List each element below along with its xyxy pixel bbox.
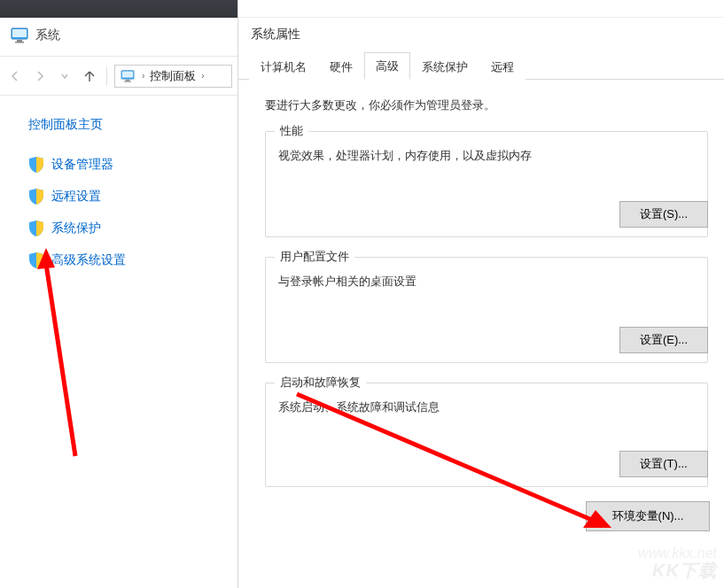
nav-forward-button[interactable] xyxy=(30,66,50,86)
sidebar-item-device-manager[interactable]: 设备管理器 xyxy=(28,156,222,174)
sidebar-item-remote-settings[interactable]: 远程设置 xyxy=(28,188,222,205)
tab-advanced[interactable]: 高级 xyxy=(364,52,410,80)
group-performance: 性能 视觉效果，处理器计划，内存使用，以及虚拟内存 设置(S)... xyxy=(265,131,708,237)
group-desc: 系统启动、系统故障和调试信息 xyxy=(278,399,695,415)
shield-icon xyxy=(28,188,44,205)
dialog-titlebar xyxy=(238,0,724,18)
left-window-chrome xyxy=(0,0,237,18)
left-header: 系统 xyxy=(0,18,237,57)
sidebar-home-link[interactable]: 控制面板主页 xyxy=(28,117,222,133)
svg-rect-2 xyxy=(17,40,22,42)
user-profiles-settings-button[interactable]: 设置(E)... xyxy=(619,327,708,353)
nav-separator xyxy=(106,67,107,85)
group-title: 用户配置文件 xyxy=(275,249,354,265)
sidebar-item-label: 高级系统设置 xyxy=(51,252,126,268)
nav-recent-dropdown[interactable] xyxy=(55,66,74,86)
group-user-profiles: 用户配置文件 与登录帐户相关的桌面设置 设置(E)... xyxy=(265,257,708,363)
nav-up-button[interactable] xyxy=(80,66,99,86)
sidebar-item-label: 设备管理器 xyxy=(51,157,113,173)
admin-note: 要进行大多数更改，你必须作为管理员登录。 xyxy=(265,97,708,113)
tab-hardware[interactable]: 硬件 xyxy=(318,53,364,80)
tab-strip: 计算机名 硬件 高级 系统保护 远程 xyxy=(238,53,724,80)
group-desc: 与登录帐户相关的桌面设置 xyxy=(278,274,695,290)
dialog-title: 系统属性 xyxy=(238,18,724,53)
group-desc: 视觉效果，处理器计划，内存使用，以及虚拟内存 xyxy=(278,148,695,164)
group-title: 启动和故障恢复 xyxy=(275,375,366,391)
svg-rect-7 xyxy=(124,81,131,81)
shield-icon xyxy=(28,220,44,237)
shield-icon xyxy=(28,156,44,174)
tab-computer-name[interactable]: 计算机名 xyxy=(249,53,318,80)
chevron-right-icon: › xyxy=(140,71,146,81)
sidebar-item-system-protection[interactable]: 系统保护 xyxy=(28,220,222,237)
shield-icon xyxy=(28,251,44,269)
environment-variables-button[interactable]: 环境变量(N)... xyxy=(586,501,710,531)
svg-rect-5 xyxy=(122,71,133,77)
sidebar-item-label: 系统保护 xyxy=(51,220,101,236)
group-startup-recovery: 启动和故障恢复 系统启动、系统故障和调试信息 设置(T)... xyxy=(265,383,708,487)
sidebar-item-label: 远程设置 xyxy=(51,189,101,205)
nav-toolbar: › 控制面板 › xyxy=(0,57,237,96)
svg-rect-3 xyxy=(15,42,24,43)
left-window-title: 系统 xyxy=(35,27,60,43)
svg-rect-1 xyxy=(12,29,27,37)
watermark-text: KK下载 xyxy=(652,559,717,583)
group-title: 性能 xyxy=(275,123,308,139)
sidebar: 控制面板主页 设备管理器 远程设置 系统保护 xyxy=(0,96,237,269)
system-properties-dialog: 系统属性 计算机名 硬件 高级 系统保护 远程 要进行大多数更改，你必须作为管理… xyxy=(237,0,724,588)
chevron-right-icon: › xyxy=(199,71,206,81)
startup-settings-button[interactable]: 设置(T)... xyxy=(619,451,708,477)
tab-system-protection[interactable]: 系统保护 xyxy=(410,53,479,80)
svg-rect-6 xyxy=(126,79,130,81)
breadcrumb-item[interactable]: 控制面板 xyxy=(150,68,196,84)
pc-icon xyxy=(11,27,28,43)
address-bar[interactable]: › 控制面板 › xyxy=(114,65,232,88)
system-window: 系统 › 控制面板 › 控制面板主页 xyxy=(0,0,237,588)
performance-settings-button[interactable]: 设置(S)... xyxy=(619,201,708,228)
pc-icon xyxy=(119,70,136,82)
sidebar-item-advanced-settings[interactable]: 高级系统设置 xyxy=(28,251,222,269)
nav-back-button[interactable] xyxy=(5,66,25,86)
dialog-body: 要进行大多数更改，你必须作为管理员登录。 性能 视觉效果，处理器计划，内存使用，… xyxy=(238,80,724,515)
tab-remote[interactable]: 远程 xyxy=(479,53,525,80)
